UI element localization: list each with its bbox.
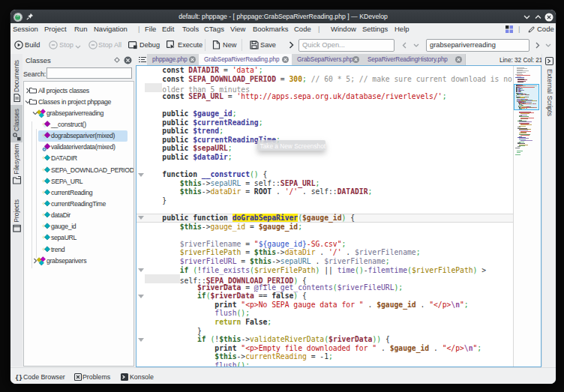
nav-back-icon[interactable] bbox=[402, 42, 406, 49]
fold-marker-icon[interactable] bbox=[138, 295, 144, 298]
code-line[interactable]: return False; bbox=[136, 318, 514, 327]
tab-close-icon[interactable] bbox=[352, 56, 359, 63]
menu-session[interactable]: Session bbox=[13, 25, 38, 33]
code-line[interactable]: public $dataDir; bbox=[136, 153, 514, 162]
tree-item-DATADIR[interactable]: DATADIR bbox=[24, 153, 134, 164]
code-line[interactable] bbox=[136, 100, 514, 109]
menu-code[interactable]: Code bbox=[294, 25, 311, 33]
code-line[interactable]: print "<p>Empty file downloaded for " . … bbox=[136, 344, 514, 353]
code-line[interactable]: const SEPA_URL = 'http://apps.sepa.org.u… bbox=[136, 92, 514, 101]
code-line[interactable]: $riverFilePath = $this->dataDir . '/' . … bbox=[136, 248, 514, 257]
menu-settings[interactable]: Settings bbox=[362, 25, 388, 33]
tree-item-Classesinprojectphppage[interactable]: Classes in project phppage bbox=[24, 97, 134, 108]
nav-forward-icon[interactable] bbox=[536, 42, 540, 49]
fold-marker-icon[interactable] bbox=[138, 268, 144, 272]
tree-item-trend[interactable]: trend bbox=[24, 244, 134, 256]
dock-tab-filesystem[interactable]: Filesystem bbox=[10, 142, 22, 186]
stop-all-button[interactable]: Stop All bbox=[98, 41, 122, 49]
tab-GrabSepaRiverReading.php[interactable]: GrabSepaRiverReading.php bbox=[199, 54, 292, 65]
external-script-icon[interactable] bbox=[545, 57, 554, 65]
tree-item-currentReadingTime[interactable]: currentReadingTime bbox=[24, 199, 134, 210]
code-line[interactable]: $this->gauge_id = $gauge_id; bbox=[136, 223, 514, 232]
code-line[interactable]: flush(); bbox=[136, 361, 514, 367]
menu-edit[interactable]: Edit bbox=[162, 25, 174, 33]
code-line-current[interactable]: public function doGrabSepaRiver($gauge_i… bbox=[136, 214, 514, 223]
menu-project[interactable]: Project bbox=[44, 25, 67, 33]
statusbar-konsole[interactable]: Konsole bbox=[130, 373, 154, 381]
tree-item-grabsepariverreading[interactable]: grabsepariverreading bbox=[24, 108, 134, 119]
code-line[interactable] bbox=[136, 161, 514, 170]
debug-button[interactable]: Debug bbox=[140, 41, 160, 49]
code-line[interactable]: $riverFilename = "${gauge_id}-SG.csv"; bbox=[136, 240, 514, 249]
code-line[interactable]: $this->currentReading = -1; bbox=[136, 352, 514, 361]
statusbar-problems[interactable]: Problems bbox=[82, 373, 110, 381]
close-button[interactable] bbox=[544, 13, 554, 22]
statusbar-code-browser[interactable]: Code Browser bbox=[23, 373, 65, 381]
document-list-icon[interactable] bbox=[139, 56, 147, 64]
session-name-label[interactable]: Code bbox=[537, 25, 554, 33]
code-line[interactable]: $this->sepaURL = self::SEPA_URL; bbox=[136, 179, 514, 188]
fold-marker-icon[interactable] bbox=[138, 216, 144, 220]
code-line[interactable]: public $currentReading; bbox=[136, 118, 514, 127]
tab-close-icon[interactable] bbox=[189, 56, 196, 63]
tree-item-SEPA_URL[interactable]: SEPA_URL bbox=[24, 176, 134, 187]
code-line[interactable]: $riverFileURL = $this->sepaURL . $riverF… bbox=[136, 257, 514, 266]
stop-dropdown-icon[interactable] bbox=[75, 45, 81, 49]
dock-tab-documents[interactable]: Documents bbox=[10, 57, 22, 103]
tree-item-dograbseparivermixed[interactable]: dograbsepariver(mixed) bbox=[24, 130, 134, 142]
tab-SepaRiverReadingHistory.php[interactable]: SepaRiverReadingHistory.php bbox=[362, 54, 466, 65]
toolbar-expand-icon[interactable] bbox=[289, 41, 294, 49]
code-line[interactable]: self::SEPA_DOWNLOAD_PERIOD) { bbox=[136, 274, 514, 283]
quick-open-input[interactable]: Quick Open... bbox=[298, 39, 394, 52]
tab-phppage.php[interactable]: phppage.php bbox=[147, 54, 200, 65]
code-line[interactable]: } bbox=[136, 196, 514, 205]
tree-item-sepaURL[interactable]: sepaURL bbox=[24, 232, 134, 244]
maximize-button[interactable] bbox=[535, 14, 542, 19]
code-line[interactable]: function __construct() { bbox=[136, 170, 514, 179]
menu-view[interactable]: View bbox=[230, 25, 245, 33]
code-line[interactable] bbox=[136, 205, 514, 214]
tree-item-__construct[interactable]: __construct() bbox=[24, 119, 134, 130]
code-line[interactable]: if($riverData == false) { bbox=[136, 292, 514, 301]
pen-icon[interactable] bbox=[528, 26, 535, 33]
code-editor[interactable]: const DATADIR = 'data'; const SEPA_DOWNL… bbox=[136, 65, 542, 367]
code-line[interactable]: const DATADIR = 'data'; bbox=[136, 66, 514, 75]
stop-button[interactable]: Stop bbox=[59, 41, 74, 49]
menu-window[interactable]: Window bbox=[331, 25, 356, 33]
dock-tab-projects[interactable]: Projects bbox=[10, 189, 22, 234]
fold-marker-icon[interactable] bbox=[138, 338, 144, 342]
code-line[interactable]: print "<p>No SEPA gauge data for " . $ga… bbox=[136, 301, 514, 310]
tab-close-icon[interactable] bbox=[455, 56, 462, 63]
fold-marker-icon[interactable] bbox=[138, 173, 144, 177]
tree-item-gauge_id[interactable]: gauge_id bbox=[24, 221, 134, 232]
dock-tab-classes[interactable]: Classes bbox=[10, 105, 22, 142]
build-button[interactable]: Build bbox=[25, 41, 40, 49]
search-input[interactable] bbox=[46, 67, 132, 79]
nav-forward-dropdown-icon[interactable] bbox=[545, 43, 551, 47]
menu-run[interactable]: Run bbox=[74, 25, 87, 33]
code-line[interactable]: const SEPA_DOWNLOAD_PERIOD = 300; // 60 … bbox=[136, 75, 514, 84]
menu-file[interactable]: File bbox=[145, 25, 156, 33]
code-line[interactable]: public $gauge_id; bbox=[136, 109, 514, 118]
code-line[interactable]: older than 5 minutes bbox=[136, 83, 514, 92]
code-line[interactable] bbox=[136, 231, 514, 240]
area-grid-icon[interactable] bbox=[506, 25, 513, 33]
titlebar[interactable]: default: phppage - [ phppage:GrabSepaRiv… bbox=[10, 10, 556, 25]
menu-navigation[interactable]: Navigation bbox=[94, 25, 128, 33]
toolbar-search-input[interactable]: grabsepariverreading bbox=[426, 39, 530, 52]
tab-close-icon[interactable] bbox=[282, 56, 289, 63]
float-diamond-icon[interactable] bbox=[114, 57, 120, 63]
tree-item-SEPA_DOWNLOAD_PERIOD[interactable]: SEPA_DOWNLOAD_PERIOD bbox=[24, 165, 134, 176]
tree-item-currentReading[interactable]: currentReading bbox=[24, 187, 134, 199]
external-scripts-tab[interactable]: External Scripts bbox=[546, 69, 554, 116]
tree-item-dataDir[interactable]: dataDir bbox=[24, 210, 134, 221]
code-line[interactable]: $riverData = @file_get_contents($riverFi… bbox=[136, 283, 514, 292]
code-line[interactable]: } bbox=[136, 327, 514, 336]
new-button[interactable]: New bbox=[223, 41, 236, 49]
code-line[interactable]: if (!file_exists($riverFilePath) || time… bbox=[136, 266, 514, 275]
minimize-button[interactable] bbox=[524, 14, 530, 19]
tree-item-Allprojectsclasses[interactable]: All projects classes bbox=[24, 85, 134, 97]
menu-tools[interactable]: Tools bbox=[182, 25, 199, 33]
code-line[interactable]: $this->dataDir = ROOT . '/' . self::DATA… bbox=[136, 187, 514, 196]
tree-item-grabseparivers[interactable]: grabseparivers bbox=[24, 256, 134, 267]
